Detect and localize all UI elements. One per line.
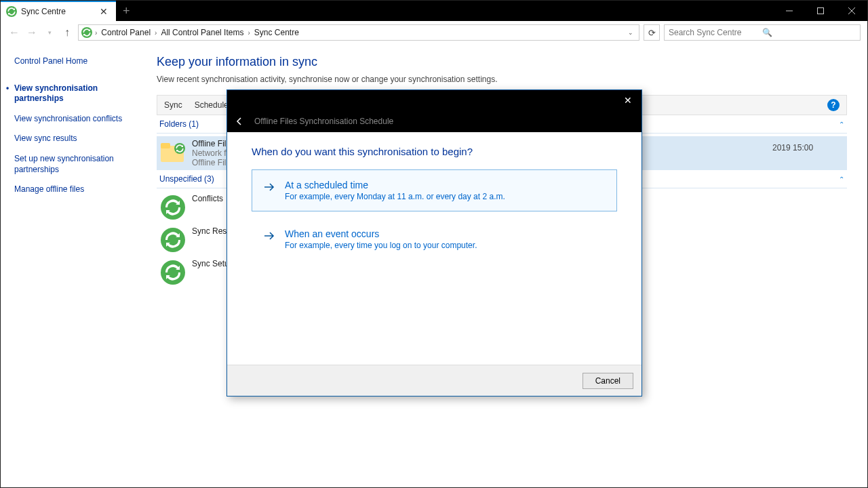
item-date: 2019 15:00 [650, 139, 827, 157]
svg-point-10 [161, 228, 185, 252]
tab-title: Sync Centre [21, 7, 93, 16]
sidebar-item-setup[interactable]: Set up new synchronisation partnerships [14, 154, 128, 175]
breadcrumb-item[interactable]: Sync Centre [253, 28, 300, 37]
refresh-button[interactable]: ⟳ [644, 24, 660, 41]
toolbar-sync[interactable]: Sync [164, 100, 182, 110]
breadcrumb-item[interactable]: Control Panel [100, 28, 152, 37]
svg-point-9 [161, 195, 185, 220]
option-event-occurs[interactable]: When an event occurs For example, every … [252, 218, 617, 260]
nav-recent-dropdown[interactable]: ▾ [43, 26, 56, 39]
option-title: When an event occurs [285, 228, 477, 239]
collapse-icon[interactable]: ⌃ [839, 176, 844, 183]
option-title: At a scheduled time [285, 180, 505, 190]
breadcrumb-bar[interactable]: › Control Panel › All Control Panel Item… [78, 24, 639, 41]
control-panel-home-link[interactable]: Control Panel Home [14, 56, 128, 67]
search-icon: 🔍 [762, 28, 856, 37]
sidebar-item-results[interactable]: View sync results [14, 134, 128, 144]
sync-icon [159, 259, 186, 286]
cancel-button[interactable]: Cancel [583, 373, 633, 389]
dialog-close-button[interactable]: ✕ [614, 90, 642, 110]
sync-icon [6, 6, 17, 17]
option-desc: For example, every Monday at 11 a.m. or … [285, 192, 505, 201]
option-desc: For example, every time you log on to yo… [285, 241, 477, 250]
schedule-dialog: ✕ Offline Files Synchronisation Schedule… [226, 89, 642, 396]
svg-rect-7 [161, 143, 170, 148]
sync-icon [81, 27, 92, 38]
folder-sync-icon [159, 139, 186, 166]
arrow-right-icon [263, 180, 275, 201]
dialog-subtitle: Offline Files Synchronisation Schedule [254, 117, 393, 126]
close-window-button[interactable] [836, 1, 867, 21]
nav-back-button[interactable]: ← [7, 26, 21, 39]
help-icon[interactable]: ? [827, 99, 840, 111]
tab-close-icon[interactable]: ✕ [97, 6, 111, 17]
dialog-question: When do you want this synchronisation to… [252, 146, 617, 157]
nav-up-button[interactable]: ↑ [60, 26, 74, 39]
search-input[interactable]: Search Sync Centre 🔍 [664, 24, 861, 41]
breadcrumb-item[interactable]: All Control Panel Items [159, 28, 245, 37]
new-tab-button[interactable]: + [116, 1, 137, 21]
collapse-icon[interactable]: ⌃ [839, 121, 844, 128]
breadcrumb-dropdown[interactable]: ⌄ [625, 29, 636, 36]
maximize-button[interactable] [805, 1, 836, 21]
sync-icon [159, 194, 186, 221]
option-scheduled-time[interactable]: At a scheduled time For example, every M… [252, 169, 617, 211]
sidebar-item-offline[interactable]: Manage offline files [14, 184, 128, 195]
toolbar-schedule[interactable]: Schedule [195, 100, 229, 110]
dialog-back-button[interactable] [234, 116, 245, 127]
minimize-button[interactable] [774, 1, 805, 21]
search-placeholder: Search Sync Centre [669, 28, 762, 37]
arrow-right-icon [263, 228, 275, 250]
item-name: Conflicts [192, 194, 223, 203]
sync-icon [159, 226, 186, 253]
page-title: Keep your information in sync [157, 55, 847, 69]
svg-rect-2 [818, 8, 824, 14]
svg-point-11 [161, 260, 185, 285]
sidebar-item-partnerships[interactable]: View synchronisation partnerships [14, 83, 128, 104]
sidebar-item-conflicts[interactable]: View synchronisation conflicts [14, 114, 128, 125]
nav-forward-button[interactable]: → [25, 26, 39, 39]
page-description: View recent synchronisation activity, sy… [157, 75, 847, 84]
browser-tab[interactable]: Sync Centre ✕ [1, 1, 116, 21]
